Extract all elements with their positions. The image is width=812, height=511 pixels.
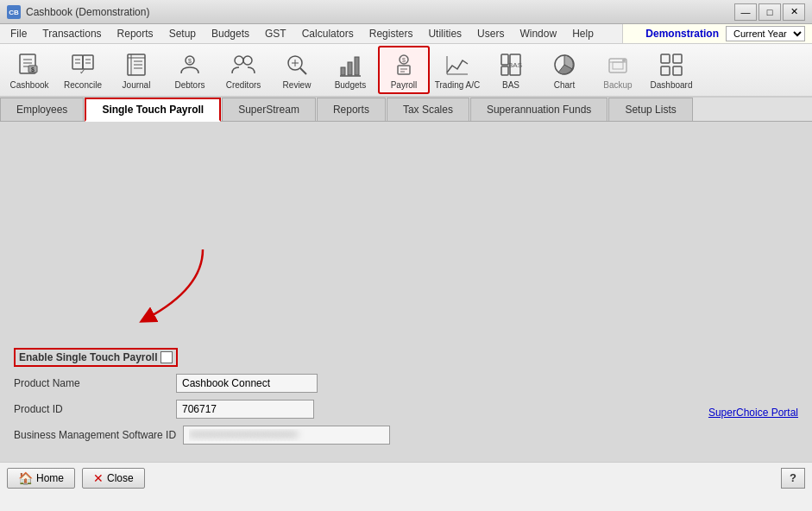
menu-calculators[interactable]: Calculators (295, 26, 361, 41)
product-name-row: Product Name (14, 374, 798, 393)
demo-label: Demonstration (645, 28, 719, 40)
svg-point-23 (235, 56, 243, 65)
toolbar-cashbook[interactable]: $ Cashbook (3, 46, 55, 94)
help-button[interactable]: ? (781, 468, 805, 489)
tab-bar: Employees Single Touch Payroll SuperStre… (0, 98, 812, 122)
toolbar-cashbook-label: Cashbook (9, 80, 48, 90)
enable-stp-row: Enable Single Touch Payroll (14, 348, 798, 367)
svg-text:✓: ✓ (79, 67, 86, 76)
year-select[interactable]: Current Year (726, 26, 805, 41)
enable-stp-checkbox[interactable] (161, 351, 173, 363)
tab-single-touch-payroll[interactable]: Single Touch Payroll (85, 98, 221, 122)
toolbar-trading[interactable]: Trading A/C (431, 46, 483, 94)
toolbar-journal[interactable]: Journal (110, 46, 162, 94)
menu-budgets[interactable]: Budgets (205, 26, 256, 41)
title-bar: CB Cashbook (Demonstration) — □ ✕ (0, 0, 812, 24)
svg-text:$: $ (31, 66, 35, 73)
window-controls: — □ ✕ (734, 3, 805, 21)
bms-id-row: Business Management Software ID (14, 426, 798, 445)
svg-text:BAS: BAS (508, 61, 522, 69)
demo-bar: Demonstration Current Year (622, 24, 812, 43)
enable-stp-label: Enable Single Touch Payroll (19, 351, 157, 363)
close-button[interactable]: ✕ Close (82, 468, 145, 489)
toolbar-bas-label: BAS (502, 80, 519, 90)
backup-icon (604, 51, 632, 79)
menu-bar: File Transactions Reports Setup Budgets … (0, 24, 622, 43)
toolbar-journal-label: Journal (123, 80, 151, 90)
svg-rect-30 (348, 62, 352, 75)
toolbar-chart[interactable]: Chart (538, 46, 590, 94)
toolbar-debtors[interactable]: $ Debtors (164, 46, 216, 94)
menu-transactions[interactable]: Transactions (35, 26, 108, 41)
toolbar-review-label: Review (283, 80, 312, 90)
enable-stp-container: Enable Single Touch Payroll (14, 348, 178, 367)
tab-reports[interactable]: Reports (317, 98, 386, 121)
toolbar-dashboard[interactable]: Dashboard (645, 46, 697, 94)
bms-id-input[interactable] (183, 426, 390, 445)
svg-text:$: $ (188, 58, 192, 64)
toolbar-creditors[interactable]: Creditors (217, 46, 269, 94)
budgets-icon (337, 51, 364, 79)
status-bar: 🏠 Home ✕ Close ? (0, 462, 812, 493)
tab-superstream[interactable]: SuperStream (222, 98, 316, 121)
product-id-input[interactable] (176, 400, 314, 419)
home-icon: 🏠 (18, 471, 33, 485)
svg-rect-40 (501, 54, 508, 65)
svg-rect-31 (355, 57, 359, 75)
superchoice-portal-link[interactable]: SuperChoice Portal (708, 407, 798, 419)
main-content: Enable Single Touch Payroll Product Name… (0, 122, 812, 462)
toolbar-creditors-label: Creditors (226, 80, 261, 90)
reconcile-icon: ✓ (69, 51, 97, 79)
journal-icon (123, 51, 150, 79)
form-area: Enable Single Touch Payroll Product Name… (0, 334, 812, 462)
toolbar-payroll-label: Payroll (391, 80, 418, 90)
window-title: Cashbook (Demonstration) (26, 6, 149, 18)
svg-point-48 (622, 59, 626, 62)
close-window-button[interactable]: ✕ (783, 3, 805, 21)
home-label: Home (36, 472, 64, 484)
svg-rect-29 (341, 67, 345, 75)
toolbar-dashboard-label: Dashboard (651, 80, 693, 90)
close-label: Close (107, 472, 134, 484)
close-icon: ✕ (93, 471, 104, 485)
menu-utilities[interactable]: Utilities (421, 26, 469, 41)
toolbar-trading-label: Trading A/C (435, 80, 480, 90)
svg-text:$: $ (402, 57, 406, 63)
svg-line-26 (300, 68, 306, 74)
tab-setup-lists[interactable]: Setup Lists (608, 98, 692, 121)
menu-gst[interactable]: GST (258, 26, 293, 41)
menu-registers[interactable]: Registers (362, 26, 420, 41)
tab-superannuation-funds[interactable]: Superannuation Funds (470, 98, 607, 121)
product-name-input[interactable] (176, 374, 318, 393)
toolbar-reconcile-label: Reconcile (64, 80, 102, 90)
debtors-icon: $ (176, 51, 204, 79)
tab-tax-scales[interactable]: Tax Scales (387, 98, 469, 121)
maximize-button[interactable]: □ (758, 3, 781, 21)
status-bar-buttons: 🏠 Home ✕ Close (7, 468, 145, 489)
toolbar-budgets[interactable]: Budgets (324, 46, 376, 94)
menu-file[interactable]: File (3, 26, 34, 41)
minimize-button[interactable]: — (734, 3, 757, 21)
product-id-label: Product ID (14, 403, 169, 415)
app-icon: CB (7, 5, 21, 19)
menu-reports[interactable]: Reports (110, 26, 161, 41)
toolbar-backup[interactable]: Backup (592, 46, 644, 94)
svg-rect-46 (613, 62, 623, 69)
bms-id-label: Business Management Software ID (14, 429, 176, 441)
toolbar-reconcile[interactable]: ✓ Reconcile (57, 46, 109, 94)
tab-employees[interactable]: Employees (0, 98, 84, 121)
toolbar-bas[interactable]: BAS BAS (485, 46, 537, 94)
product-id-row: Product ID (14, 400, 798, 419)
review-icon (283, 51, 311, 79)
home-button[interactable]: 🏠 Home (7, 468, 75, 489)
menu-setup[interactable]: Setup (162, 26, 203, 41)
menu-users[interactable]: Users (470, 26, 511, 41)
menu-help[interactable]: Help (565, 26, 601, 41)
menu-window[interactable]: Window (513, 26, 563, 41)
toolbar-payroll[interactable]: $ Payroll (378, 46, 430, 94)
toolbar-budgets-label: Budgets (335, 80, 367, 90)
svg-rect-51 (661, 66, 670, 75)
toolbar: $ Cashbook ✓ Reconcile (0, 44, 812, 98)
svg-rect-52 (673, 66, 682, 75)
toolbar-review[interactable]: Review (271, 46, 323, 94)
